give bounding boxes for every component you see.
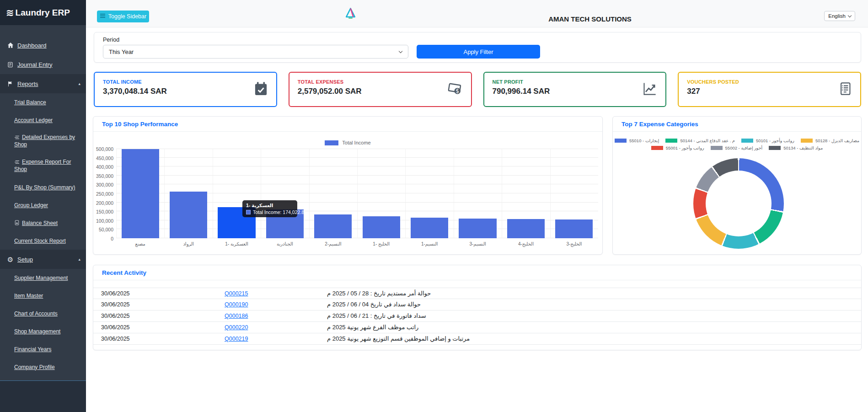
bar-الرواد[interactable] — [170, 192, 207, 238]
voucher-link[interactable]: Q000186 — [225, 313, 248, 319]
company-logo-icon — [344, 7, 357, 21]
apply-filter-button[interactable]: Apply Filter — [417, 45, 540, 59]
sidebar-subitem-label: Expense Report For Shop — [14, 159, 71, 172]
list-icon — [14, 159, 20, 165]
donut-legend-label: م . عقد الدفاع المدني - 50144 — [680, 138, 735, 143]
home-icon — [7, 42, 14, 48]
donut-legend-item[interactable]: م . عقد الدفاع المدني - 50144 — [665, 138, 735, 143]
toggle-sidebar-button[interactable]: Toggle Sidebar — [97, 11, 149, 22]
kpi-value: 327 — [687, 87, 852, 96]
bar-slot — [405, 149, 453, 238]
flag-icon — [7, 81, 14, 87]
table-row: 30/06/2025Q000186سداد فاتورة في تاريخ : … — [93, 310, 861, 322]
bar-chart-legend[interactable]: Total Income — [93, 140, 602, 145]
shop-performance-title: Top 10 Shop Performance — [93, 117, 602, 132]
sidebar-subitem-expense-report-for-shop[interactable]: Expense Report For Shop — [0, 154, 86, 178]
donut-legend-item[interactable]: مصاريف الديزل - 50128 — [801, 138, 859, 143]
bar-مصنع[interactable] — [122, 149, 159, 238]
recent-activity-table: 30/06/2025Q000215حوالة أمر مستديم تاريخ … — [93, 288, 861, 345]
bar-النسيم-3[interactable] — [459, 219, 496, 238]
period-select-value: This Year — [109, 48, 134, 55]
tooltip-title: العسكرية -1 — [246, 203, 294, 208]
donut-legend-label: مصاريف الديزل - 50128 — [815, 138, 859, 143]
calendar-check-icon — [254, 81, 268, 97]
kpi-title: TOTAL INCOME — [103, 79, 268, 85]
cash-icon: $ — [448, 82, 463, 97]
period-filter-card: Period This Year Apply Filter — [94, 32, 861, 63]
waves-icon: ≋ — [6, 8, 14, 17]
sidebar-subitem-detailed-expenses-by-shop[interactable]: Detailed Expenses by Shop — [0, 129, 86, 154]
donut-legend-swatch — [801, 139, 813, 143]
sidebar-subitem-current-stock-report[interactable]: Current Stock Report — [0, 232, 86, 250]
voucher-link[interactable]: Q000190 — [225, 301, 248, 308]
y-axis-tick: 450,000 — [93, 155, 113, 161]
kpi-value: 3,370,048.14 SAR — [103, 87, 268, 96]
donut-chart[interactable] — [693, 158, 784, 249]
caret-up-icon: ▴ — [78, 81, 80, 86]
hamburger-icon — [100, 13, 106, 20]
y-axis-tick: 300,000 — [93, 182, 113, 187]
language-select[interactable]: English — [824, 11, 855, 21]
bar-slot — [357, 149, 405, 238]
sidebar-item-dashboard[interactable]: Dashboard — [0, 36, 86, 55]
donut-legend-item[interactable]: أجور إضافية - 55002 — [711, 145, 763, 150]
bar-slot — [164, 149, 212, 238]
recent-activity-title: Recent Activity — [93, 265, 861, 280]
expense-categories-title: Top 7 Expense Categories — [613, 117, 861, 132]
sidebar-subitem-item-master[interactable]: Item Master — [0, 287, 86, 305]
voucher-link[interactable]: Q000220 — [225, 324, 248, 331]
activity-date: 30/06/2025 — [101, 324, 130, 331]
sidebar-subitem-shop-management[interactable]: Shop Management — [0, 322, 86, 340]
donut-legend-swatch — [711, 146, 723, 150]
x-axis-label: النسيم-3 — [454, 241, 502, 246]
bar-الخليج-4[interactable] — [507, 219, 545, 239]
donut-legend-row: مواد التنظيف - 50134أجور إضافية - 55002ر… — [613, 145, 861, 150]
sidebar-subitem-financial-years[interactable]: Financial Years — [0, 340, 86, 358]
kpi-card-total-income: TOTAL INCOME3,370,048.14 SAR — [94, 72, 277, 107]
toggle-sidebar-label: Toggle Sidebar — [108, 13, 146, 20]
sidebar-subitem-p-l-by-shop-summary[interactable]: P&L By Shop (Summary) — [0, 178, 86, 196]
sidebar-subitem-label: Balance Sheet — [22, 220, 58, 226]
chevron-down-icon — [399, 49, 402, 53]
period-select[interactable]: This Year — [103, 45, 408, 59]
sidebar-item-setup[interactable]: ⚙Setup▴ — [0, 250, 86, 269]
donut-legend-row: مصاريف الديزل - 50128رواتب وأجور - 50101… — [613, 138, 861, 143]
voucher-link[interactable]: Q000215 — [225, 290, 248, 297]
sidebar-subitem-label: Current Stock Report — [14, 238, 66, 244]
sidebar-item-label: Journal Entry — [17, 61, 53, 68]
donut-legend-label: إيجارات - 55010 — [629, 138, 659, 143]
sidebar-item-journal-entry[interactable]: Journal Entry — [0, 55, 86, 74]
activity-description: حوالة أمر مستديم تاريخ : 28 / 05 / 2025 … — [327, 290, 431, 297]
donut-legend-item[interactable]: رواتب وأجور - 55001 — [651, 145, 704, 150]
donut-hole — [706, 171, 772, 236]
sidebar-subitem-trial-balance[interactable]: Trial Balance — [0, 93, 86, 111]
bar-الخليج-3[interactable] — [555, 219, 593, 238]
sidebar-item-reports[interactable]: Reports▴ — [0, 74, 86, 93]
bar-النسيم-2[interactable] — [314, 214, 352, 238]
chart-tooltip: العسكرية -1 Total Income: 174,022.85 — [242, 200, 297, 217]
sidebar-subitem-company-profile[interactable]: Company Profile — [0, 358, 86, 376]
bar-الخليج-1[interactable] — [363, 216, 400, 238]
kpi-row: TOTAL INCOME3,370,048.14 SARTOTAL EXPENS… — [94, 72, 861, 107]
activity-date: 30/06/2025 — [101, 336, 130, 342]
activity-description: سداد فاتورة في تاريخ : 21 / 06 / 2025 م — [327, 312, 426, 319]
sidebar-subitem-label: Company Profile — [14, 364, 55, 370]
y-axis-tick: 400,000 — [93, 164, 113, 170]
sidebar-subitem-supplier-management[interactable]: Supplier Management — [0, 269, 86, 287]
y-axis-tick: 200,000 — [93, 200, 113, 206]
kpi-card-vouchers-posted: VOUCHERS POSTED327 — [678, 72, 861, 107]
sidebar-subitem-chart-of-accounts[interactable]: Chart of Accounts — [0, 305, 86, 322]
sidebar-subitem-group-ledger[interactable]: Group Ledger — [0, 196, 86, 214]
bar-النسيم-1[interactable] — [411, 218, 448, 238]
kpi-title: VOUCHERS POSTED — [687, 79, 852, 85]
sidebar-subitem-label: Chart of Accounts — [14, 310, 58, 317]
donut-legend-label: أجور إضافية - 55002 — [725, 145, 763, 150]
donut-legend-item[interactable]: مواد التنظيف - 50134 — [769, 145, 823, 150]
sidebar-subitem-account-ledger[interactable]: Account Ledger — [0, 111, 86, 129]
voucher-link[interactable]: Q000219 — [225, 336, 248, 342]
svg-text:$: $ — [455, 88, 459, 94]
donut-legend-item[interactable]: إيجارات - 55010 — [615, 138, 659, 143]
y-axis-tick: 350,000 — [93, 173, 113, 179]
sidebar-subitem-balance-sheet[interactable]: Balance Sheet — [0, 214, 86, 232]
donut-legend-item[interactable]: رواتب وأجور - 50101 — [741, 138, 794, 143]
